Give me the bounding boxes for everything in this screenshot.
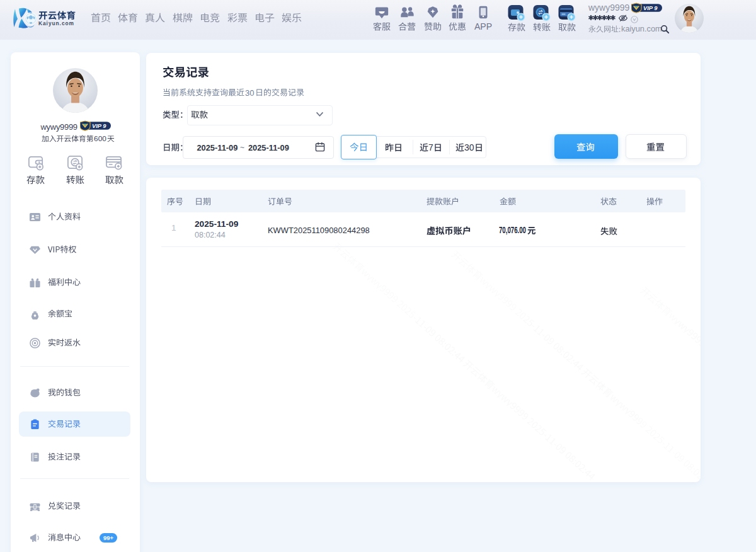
svg-text:VIP 9: VIP 9 (643, 5, 658, 11)
svg-text:VIP 9: VIP 9 (92, 123, 106, 129)
